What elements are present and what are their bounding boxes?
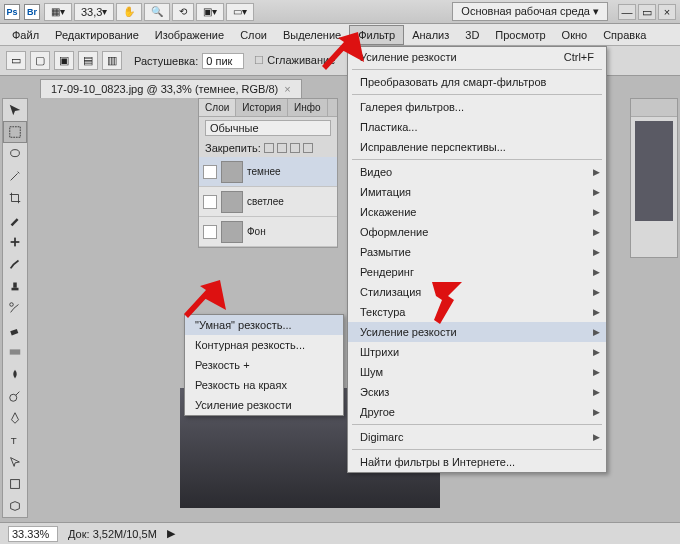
filter-vanishing-point[interactable]: Исправление перспективы... [348, 137, 606, 157]
marquee-tool-icon[interactable] [3, 121, 27, 143]
filter-group-sketch[interactable]: Эскиз▶ [348, 382, 606, 402]
eraser-tool-icon[interactable] [3, 319, 27, 341]
layer-thumbnail[interactable] [221, 221, 243, 243]
submenu-sharpen-edges[interactable]: Резкость на краях [185, 375, 343, 395]
zoom-level-dropdown[interactable]: 33,3 ▾ [74, 3, 114, 21]
layer-thumbnail[interactable] [221, 161, 243, 183]
crop-tool-icon[interactable] [3, 187, 27, 209]
statusbar-menu-icon[interactable]: ▶ [167, 527, 175, 540]
filter-group-pixelate[interactable]: Оформление▶ [348, 222, 606, 242]
submenu-arrow-icon: ▶ [593, 267, 600, 277]
heal-tool-icon[interactable] [3, 231, 27, 253]
menu-window[interactable]: Окно [554, 26, 596, 44]
filter-group-distort[interactable]: Искажение▶ [348, 202, 606, 222]
feather-input[interactable] [202, 53, 244, 69]
view-mode-dropdown[interactable]: ▦▾ [44, 3, 72, 21]
annotation-arrow-icon [318, 28, 368, 78]
submenu-sharpen[interactable]: Усиление резкости [185, 395, 343, 415]
menu-3d[interactable]: 3D [457, 26, 487, 44]
svg-marker-15 [432, 282, 462, 324]
filter-convert-smart[interactable]: Преобразовать для смарт-фильтров [348, 72, 606, 92]
filter-group-video[interactable]: Видео▶ [348, 162, 606, 182]
filter-group-other[interactable]: Другое▶ [348, 402, 606, 422]
minimize-button[interactable]: — [618, 4, 636, 20]
tab-info[interactable]: Инфо [288, 99, 328, 116]
menu-view[interactable]: Просмотр [487, 26, 553, 44]
path-select-tool-icon[interactable] [3, 451, 27, 473]
workspace-switcher[interactable]: Основная рабочая среда ▾ [452, 2, 608, 21]
lock-transparency-icon[interactable] [264, 143, 274, 153]
close-button[interactable]: × [658, 4, 676, 20]
filter-group-stylize[interactable]: Стилизация▶ [348, 282, 606, 302]
pen-tool-icon[interactable] [3, 407, 27, 429]
navigator-panel [630, 98, 678, 258]
menu-analysis[interactable]: Анализ [404, 26, 457, 44]
filter-group-noise[interactable]: Шум▶ [348, 362, 606, 382]
visibility-icon[interactable] [203, 225, 217, 239]
photoshop-window: Ps Br ▦▾ 33,3 ▾ ✋ 🔍 ⟲ ▣▾ ▭▾ Основная раб… [0, 0, 680, 544]
history-brush-tool-icon[interactable] [3, 297, 27, 319]
lock-all-icon[interactable] [303, 143, 313, 153]
visibility-icon[interactable] [203, 165, 217, 179]
move-tool-icon[interactable] [3, 99, 27, 121]
marquee-shape-icon[interactable]: ▢ [30, 51, 50, 70]
rotate-view-icon[interactable]: ⟲ [172, 3, 194, 21]
tab-history[interactable]: История [236, 99, 288, 116]
navigator-preview[interactable] [635, 121, 673, 221]
submenu-sharpen-more[interactable]: Резкость + [185, 355, 343, 375]
gradient-tool-icon[interactable] [3, 341, 27, 363]
visibility-icon[interactable] [203, 195, 217, 209]
lock-position-icon[interactable] [290, 143, 300, 153]
filter-group-label: Другое [360, 406, 395, 418]
blur-tool-icon[interactable] [3, 363, 27, 385]
filter-digimarc[interactable]: Digimarc▶ [348, 427, 606, 447]
shape-tool-icon[interactable] [3, 473, 27, 495]
layers-panel: Слои История Инфо Обычные Закрепить: тем… [198, 98, 338, 248]
3d-tool-icon[interactable] [3, 495, 27, 517]
filter-group-brush-strokes[interactable]: Штрихи▶ [348, 342, 606, 362]
stamp-tool-icon[interactable] [3, 275, 27, 297]
filter-last[interactable]: Усиление резкости Ctrl+F [348, 47, 606, 67]
document-tab[interactable]: 17-09-10_0823.jpg @ 33,3% (темнее, RGB/8… [40, 79, 302, 98]
layer-row[interactable]: светлее [199, 187, 337, 217]
dodge-tool-icon[interactable] [3, 385, 27, 407]
menu-help[interactable]: Справка [595, 26, 654, 44]
submenu-unsharp-mask[interactable]: Контурная резкость... [185, 335, 343, 355]
menu-edit[interactable]: Редактирование [47, 26, 147, 44]
marquee-int-icon[interactable]: ▥ [102, 51, 122, 70]
menu-layer[interactable]: Слои [232, 26, 275, 44]
hand-tool-icon[interactable]: ✋ [116, 3, 142, 21]
type-tool-icon[interactable]: T [3, 429, 27, 451]
arrange-docs-icon[interactable]: ▣▾ [196, 3, 224, 21]
zoom-tool-icon[interactable]: 🔍 [144, 3, 170, 21]
navigator-tab[interactable] [631, 99, 677, 117]
layer-thumbnail[interactable] [221, 191, 243, 213]
wand-tool-icon[interactable] [3, 165, 27, 187]
filter-group-render[interactable]: Рендеринг▶ [348, 262, 606, 282]
filter-liquify[interactable]: Пластика... [348, 117, 606, 137]
tool-preset-icon[interactable]: ▭ [6, 51, 26, 70]
filter-browse-online[interactable]: Найти фильтры в Интернете... [348, 452, 606, 472]
filter-gallery[interactable]: Галерея фильтров... [348, 97, 606, 117]
bridge-icon[interactable]: Br [24, 4, 40, 20]
menu-image[interactable]: Изображение [147, 26, 232, 44]
marquee-sub-icon[interactable]: ▤ [78, 51, 98, 70]
lock-pixels-icon[interactable] [277, 143, 287, 153]
filter-group-artistic[interactable]: Имитация▶ [348, 182, 606, 202]
filter-group-texture[interactable]: Текстура▶ [348, 302, 606, 322]
layer-row[interactable]: Фон [199, 217, 337, 247]
layer-row[interactable]: темнее [199, 157, 337, 187]
filter-group-sharpen[interactable]: Усиление резкости▶ [348, 322, 606, 342]
tab-layers[interactable]: Слои [199, 99, 236, 116]
blend-mode-select[interactable]: Обычные [205, 120, 331, 136]
maximize-button[interactable]: ▭ [638, 4, 656, 20]
brush-tool-icon[interactable] [3, 253, 27, 275]
lasso-tool-icon[interactable] [3, 143, 27, 165]
screen-mode-icon[interactable]: ▭▾ [226, 3, 254, 21]
eyedropper-tool-icon[interactable] [3, 209, 27, 231]
filter-group-blur[interactable]: Размытие▶ [348, 242, 606, 262]
document-tab-close-icon[interactable]: × [284, 83, 290, 95]
zoom-input[interactable] [8, 526, 58, 542]
marquee-add-icon[interactable]: ▣ [54, 51, 74, 70]
menu-file[interactable]: Файл [4, 26, 47, 44]
